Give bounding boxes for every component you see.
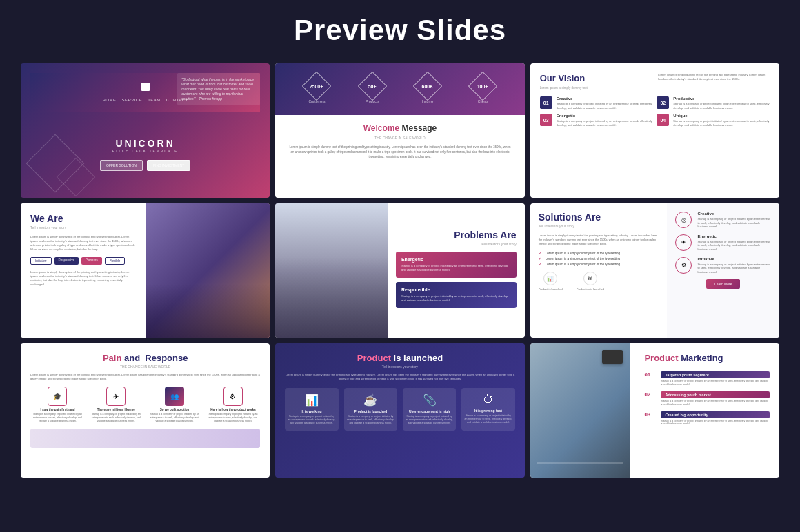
- launch-desc-product: Startup is a company or project initiate…: [347, 415, 394, 425]
- checklist: Lorem ipsum is a simply dummy text of th…: [539, 252, 659, 266]
- stat-diamond-products: 50+: [358, 71, 387, 100]
- solution-icon-energetic: ✈: [675, 234, 692, 251]
- desk-photo-background: [530, 343, 630, 478]
- problems-subtitle: Tell investors your story: [396, 242, 517, 246]
- slide-solutions[interactable]: Solutions Are Tell investors your story …: [530, 203, 779, 338]
- marketing-item-2: 02 Addressing youth market Startup is a …: [644, 391, 770, 407]
- launch-desc-growing: Startup is a company or project initiate…: [464, 414, 512, 424]
- tag-initiative: Initiative: [30, 257, 52, 265]
- solution-text-energetic: Energetic Startup is a company or projec…: [697, 234, 771, 252]
- stat-diamond-customers: 2500+: [302, 71, 331, 100]
- pain-step-4: ⚙ Here is how the product works Startup …: [206, 387, 260, 423]
- solution-bottom-icons: 📊 Product is launched 🏛 Production is la…: [539, 272, 659, 291]
- vision-num-3: 03: [540, 114, 552, 126]
- marketing-items-list: 01 Targeted youth segment Startup is a c…: [644, 371, 770, 426]
- we-are-title: We Are: [30, 213, 136, 224]
- checklist-item-1: Lorem ipsum is a simply dummy text of th…: [539, 252, 659, 255]
- slide-pain[interactable]: Pain and Response THE CHANGE IN SALE WOR…: [21, 343, 270, 478]
- bottom-icon-production: 🏛 Production is launched: [577, 272, 604, 291]
- launch-item-engagement: 📎 User engagement is high Startup is a c…: [403, 388, 456, 431]
- solutions-subtitle: Tell investors your story: [539, 224, 659, 228]
- stat-diamond-income: 600K: [413, 71, 442, 100]
- nav-logo: [141, 83, 150, 91]
- marketing-num-2: 02: [644, 391, 655, 398]
- marketing-title: Product Marketing: [644, 353, 770, 363]
- launch-desc-engagement: Startup is a company or project initiate…: [406, 415, 453, 425]
- solution-initiative: ⚙ Initiative Startup is a company or pro…: [675, 257, 771, 274]
- marketing-item-1: 01 Targeted youth segment Startup is a c…: [644, 371, 770, 387]
- solution-text-creative: Creative Startup is a company or project…: [697, 212, 771, 229]
- vision-title: Our Vision: [540, 73, 652, 83]
- stat-products: 50+ Products: [362, 76, 383, 103]
- pain-step-2: ✈ There are millions like me Startup is …: [89, 387, 143, 423]
- quote-box: "Go find out what the pain is in the mar…: [177, 73, 260, 105]
- stat-label-customers: Customers: [306, 99, 327, 103]
- marketing-label-2: Addressing youth market: [661, 391, 770, 398]
- tag-flexible: Flexible: [105, 257, 126, 265]
- pain-step-desc-2: Startup is a company or project initiate…: [89, 413, 143, 423]
- slide-marketing[interactable]: Product Marketing 01 Targeted youth segm…: [530, 343, 779, 478]
- pain-step-icon-4: ⚙: [223, 387, 243, 406]
- pain-step-desc-3: Startup is a company or project initiate…: [148, 413, 202, 423]
- slide-welcome[interactable]: 2500+ Customers 50+ Products 600K Income…: [275, 63, 524, 198]
- marketing-desc-3: Startup is a company or project initiate…: [661, 420, 770, 427]
- slides-grid: HOME SERVICE TEAM CONTACT "Go find out w…: [21, 63, 779, 478]
- offer-solution-button[interactable]: OFFER SOLUTION: [100, 160, 143, 171]
- slide-we-are[interactable]: We Are Tell investors your story Lorem i…: [21, 203, 270, 338]
- slide-problems[interactable]: Problems Are Tell investors your story E…: [275, 203, 524, 338]
- problems-content: Problems Are Tell investors your story E…: [388, 203, 525, 338]
- marketing-num-3: 03: [644, 411, 655, 418]
- launched-title: Product is launched: [285, 353, 514, 363]
- pain-step-label-3: So we built solution: [148, 408, 202, 411]
- pain-title: Pain and Response: [30, 353, 260, 363]
- launch-label-growing: It is growing fast: [464, 409, 512, 413]
- pain-desc: Lorem ipsum is simply dummy text of the …: [30, 373, 260, 381]
- solutions-title: Solutions Are: [539, 212, 659, 223]
- vision-text-productive: Productive Startup is a company or proje…: [673, 96, 770, 110]
- marketing-label-3: Created big opportunity: [661, 411, 770, 418]
- find-investment-button[interactable]: FIND INVESTMENT: [147, 160, 190, 171]
- vision-text-energetic: Energetic Startup is a company or projec…: [557, 114, 653, 127]
- launched-desc: Lorem ipsum is simply dummy text of the …: [285, 373, 514, 381]
- marketing-item-3: 03 Created big opportunity Startup is a …: [644, 411, 770, 427]
- problem-card-title-1: Energetic: [401, 257, 511, 262]
- product-icon: 📊: [543, 272, 557, 285]
- launch-icon-engagement: 📎: [406, 393, 453, 407]
- vision-grid: 01 Creative Startup is a company or proj…: [540, 96, 770, 127]
- solutions-desc: Lorem ipsum is simply dummy text of the …: [539, 234, 659, 246]
- brand-subtitle: PITCH DECK TEMPLATE: [30, 149, 260, 153]
- pain-steps: 🎓 I saw the pain firsthand Startup is a …: [30, 387, 260, 423]
- welcome-title: Welcome Message: [289, 123, 510, 133]
- stat-customers: 2500+ Customers: [306, 76, 327, 103]
- slide-launched[interactable]: Product is launched Tell investors your …: [275, 343, 524, 478]
- problems-title: Problems Are: [396, 229, 517, 241]
- checklist-item-2: Lorem ipsum is a simply dummy text of th…: [539, 257, 659, 260]
- solution-energetic: ✈ Energetic Startup is a company or proj…: [675, 234, 771, 252]
- people-overlay: [275, 257, 388, 338]
- nav-service: SERVICE: [121, 98, 142, 102]
- marketing-content-3: Created big opportunity Startup is a com…: [661, 411, 770, 427]
- vision-item-productive: 02 Productive Startup is a company or pr…: [657, 96, 770, 110]
- stat-clients: 100+ Clients: [472, 76, 493, 103]
- learn-more-button[interactable]: Learn More: [706, 279, 741, 289]
- slide-unicorn[interactable]: HOME SERVICE TEAM CONTACT "Go find out w…: [21, 63, 270, 198]
- we-are-left: We Are Tell investors your story Lorem i…: [21, 203, 146, 338]
- marketing-content-1: Targeted youth segment Startup is a comp…: [661, 371, 770, 387]
- welcome-content: Welcome Message THE CHANGE IN SALE WORLD…: [275, 115, 524, 167]
- vision-text-creative: Creative Startup is a company or project…: [557, 96, 653, 110]
- we-are-tags: Initiative Responsive Pioneers Flexible: [30, 257, 136, 265]
- launch-item-growing: ⏱ It is growing fast Startup is a compan…: [461, 388, 514, 431]
- marketing-num-1: 01: [644, 371, 655, 378]
- slide-vision[interactable]: Our Vision Lorem ipsum is simply dummy t…: [530, 63, 779, 198]
- bottom-icon-product: 📊 Product is launched: [539, 272, 563, 291]
- launch-item-working: 📊 It is working Startup is a company or …: [285, 388, 338, 431]
- solutions-left: Solutions Are Tell investors your story …: [530, 203, 668, 338]
- launch-desc-working: Startup is a company or project initiate…: [288, 415, 335, 425]
- nav-items: HOME SERVICE TEAM CONTACT: [102, 98, 188, 102]
- vision-num-4: 04: [657, 114, 669, 126]
- pain-step-icon-2: ✈: [106, 387, 126, 406]
- solution-icon-creative: ◎: [675, 212, 692, 228]
- pain-step-label-1: I saw the pain firsthand: [30, 408, 85, 411]
- problem-card-energetic: Energetic Startup is a company or projec…: [396, 252, 517, 278]
- problem-card-title-2: Responsible: [401, 287, 511, 292]
